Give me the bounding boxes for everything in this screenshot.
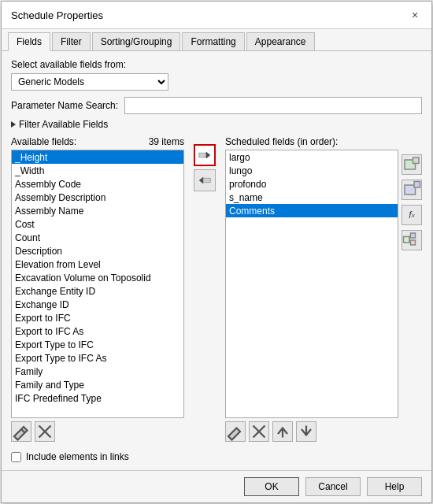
tab-appearance[interactable]: Appearance (246, 32, 315, 50)
edit-field-button[interactable] (11, 421, 31, 442)
svg-rect-6 (203, 178, 210, 182)
delete-field-button[interactable] (35, 421, 55, 442)
available-field-item[interactable]: Assembly Name (12, 204, 183, 217)
tab-filter[interactable]: Filter (52, 32, 91, 50)
dialog-footer: OK Cancel Help (2, 470, 431, 502)
cancel-button[interactable]: Cancel (305, 477, 361, 496)
include-links-label: Include elements in links (26, 451, 129, 462)
available-fields-list[interactable]: _Height_WidthAssembly CodeAssembly Descr… (11, 150, 184, 418)
scheduled-field-item[interactable]: largo (226, 150, 398, 164)
scheduled-area: largolungoprofondos_nameComments (225, 150, 422, 418)
available-field-item[interactable]: Exchange ID (12, 298, 183, 311)
svg-marker-4 (206, 152, 210, 159)
add-field-button[interactable] (194, 144, 216, 166)
svg-rect-14 (411, 233, 416, 238)
available-field-item[interactable]: Cost (12, 217, 183, 231)
help-button[interactable]: Help (367, 477, 422, 496)
available-field-item[interactable]: _Height (12, 150, 183, 164)
scheduled-field-item[interactable]: profondo (226, 177, 398, 191)
available-field-item[interactable]: _Width (12, 164, 183, 177)
move-up-button[interactable] (272, 421, 293, 442)
available-field-item[interactable]: Assembly Code (12, 177, 183, 191)
available-field-item[interactable]: Elevation from Level (12, 258, 183, 271)
scheduled-section: Scheduled fields (in order): largolungop… (225, 136, 422, 442)
scheduled-fields-label: Scheduled fields (in order): (225, 136, 338, 147)
available-field-item[interactable]: Export to IFC (12, 311, 183, 324)
edit-param-button[interactable] (402, 180, 422, 200)
fields-source-dropdown[interactable]: Generic Models (11, 73, 168, 91)
available-field-item[interactable]: Assembly Description (12, 191, 183, 204)
content-area: Select available fields from: Generic Mo… (2, 51, 431, 470)
scheduled-fields-header: Scheduled fields (in order): (225, 136, 422, 147)
filter-fields-label: Filter Available Fields (19, 119, 108, 130)
available-fields-label: Available fields: (11, 136, 76, 147)
available-fields-header: Available fields: 39 items (11, 136, 184, 147)
include-links-checkbox[interactable] (11, 452, 21, 462)
transfer-buttons (191, 136, 219, 442)
available-field-item[interactable]: IFC Predefined Type (12, 391, 183, 405)
svg-line-16 (409, 235, 411, 239)
available-field-item[interactable]: Family and Type (12, 378, 183, 391)
filter-triangle-icon (11, 121, 16, 128)
formula-button[interactable]: fx (402, 205, 422, 225)
available-field-item[interactable]: Count (12, 231, 183, 244)
fields-source-row: Select available fields from: Generic Mo… (11, 59, 422, 91)
remove-field-button[interactable] (194, 169, 216, 191)
delete-scheduled-button[interactable] (249, 421, 269, 442)
schedule-properties-dialog: Schedule Properties × Fields Filter Sort… (1, 1, 432, 503)
left-bottom-actions (11, 421, 184, 442)
scheduled-bottom-actions (225, 421, 422, 442)
available-field-item[interactable]: Export to IFC As (12, 324, 183, 338)
available-field-item[interactable]: Description (12, 244, 183, 258)
scheduled-field-item[interactable]: Comments (226, 204, 398, 217)
available-field-item[interactable]: Export Type to IFC (12, 338, 183, 351)
title-bar: Schedule Properties × (2, 2, 431, 29)
scheduled-side-buttons: fx (402, 150, 422, 418)
combine-params-button[interactable] (402, 230, 422, 250)
scheduled-field-item[interactable]: lungo (226, 164, 398, 177)
available-fields-panel: Available fields: 39 items _Height_Width… (11, 136, 184, 442)
available-field-item[interactable]: Family (12, 365, 183, 378)
search-label: Parameter Name Search: (11, 100, 118, 111)
available-fields-count: 39 items (149, 136, 184, 147)
fields-main-section: Available fields: 39 items _Height_Width… (11, 136, 422, 442)
param-properties-button[interactable] (402, 154, 422, 175)
tab-sorting[interactable]: Sorting/Grouping (92, 32, 181, 50)
svg-rect-3 (199, 153, 206, 157)
edit-scheduled-button[interactable] (225, 421, 246, 442)
scheduled-field-item[interactable]: s_name (226, 191, 398, 204)
svg-rect-9 (413, 158, 420, 164)
include-links-row: Include elements in links (11, 451, 422, 462)
fields-source-label: Select available fields from: (11, 59, 422, 70)
ok-button[interactable]: OK (244, 477, 299, 496)
available-field-item[interactable]: Export Type to IFC As (12, 351, 183, 365)
tab-formatting[interactable]: Formatting (182, 32, 244, 50)
tab-fields[interactable]: Fields (8, 32, 50, 51)
svg-marker-5 (199, 177, 203, 184)
svg-rect-15 (411, 240, 416, 245)
scheduled-fields-list[interactable]: largolungoprofondos_nameComments (225, 150, 398, 418)
svg-rect-12 (414, 182, 420, 188)
search-row: Parameter Name Search: (11, 97, 422, 114)
tabs-bar: Fields Filter Sorting/Grouping Formattin… (2, 29, 431, 51)
available-field-item[interactable]: Excavation Volume on Toposolid (12, 271, 183, 284)
move-down-button[interactable] (296, 421, 316, 442)
available-field-item[interactable]: Exchange Entity ID (12, 284, 183, 298)
filter-fields-row[interactable]: Filter Available Fields (11, 119, 422, 130)
svg-rect-13 (404, 237, 410, 243)
search-input[interactable] (124, 97, 422, 114)
dialog-title: Schedule Properties (11, 9, 103, 21)
close-button[interactable]: × (408, 8, 422, 22)
